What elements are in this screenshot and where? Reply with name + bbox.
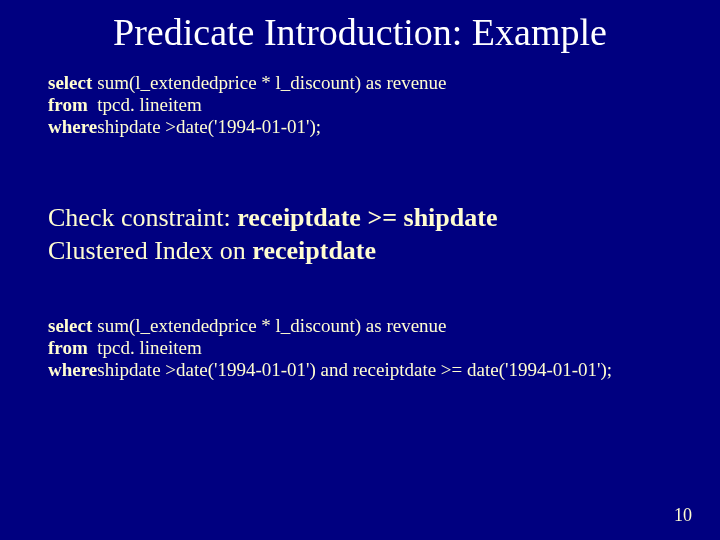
sql-keyword-where: where <box>48 116 97 138</box>
sql-clause-where: shipdate >date('1994-01-01'); <box>97 116 446 138</box>
sql-row: where shipdate >date('1994-01-01'); <box>48 116 447 138</box>
check-constraint-label: Check constraint: <box>48 203 237 232</box>
clustered-index-col: receiptdate <box>252 236 376 265</box>
slide-title: Predicate Introduction: Example <box>0 0 720 72</box>
sql-row: from tpcd. lineitem <box>48 94 447 116</box>
clustered-index-line: Clustered Index on receiptdate <box>48 235 690 268</box>
sql-keyword-where: where <box>48 359 97 381</box>
sql-clause-from: tpcd. lineitem <box>97 94 446 116</box>
sql-row: where shipdate >date('1994-01-01') and r… <box>48 359 612 381</box>
explanation-text: Check constraint: receiptdate >= shipdat… <box>48 202 690 267</box>
sql-keyword-select: select <box>48 72 97 94</box>
sql-keyword-from: from <box>48 337 97 359</box>
sql-clause-where: shipdate >date('1994-01-01') and receipt… <box>97 359 612 381</box>
sql-clause-from: tpcd. lineitem <box>97 337 612 359</box>
sql-clause-select: sum(l_extendedprice * l_discount) as rev… <box>97 315 612 337</box>
sql-row: from tpcd. lineitem <box>48 337 612 359</box>
sql-block-rewritten: select sum(l_extendedprice * l_discount)… <box>48 315 690 381</box>
sql-row: select sum(l_extendedprice * l_discount)… <box>48 72 447 94</box>
page-number: 10 <box>674 505 692 526</box>
sql-keyword-select: select <box>48 315 97 337</box>
slide-content: select sum(l_extendedprice * l_discount)… <box>0 72 720 381</box>
sql-clause-select: sum(l_extendedprice * l_discount) as rev… <box>97 72 446 94</box>
clustered-index-label: Clustered Index on <box>48 236 252 265</box>
check-constraint-expr: receiptdate >= shipdate <box>237 203 497 232</box>
sql-row: select sum(l_extendedprice * l_discount)… <box>48 315 612 337</box>
sql-keyword-from: from <box>48 94 97 116</box>
check-constraint-line: Check constraint: receiptdate >= shipdat… <box>48 202 690 235</box>
sql-block-original: select sum(l_extendedprice * l_discount)… <box>48 72 690 138</box>
slide: Predicate Introduction: Example select s… <box>0 0 720 540</box>
